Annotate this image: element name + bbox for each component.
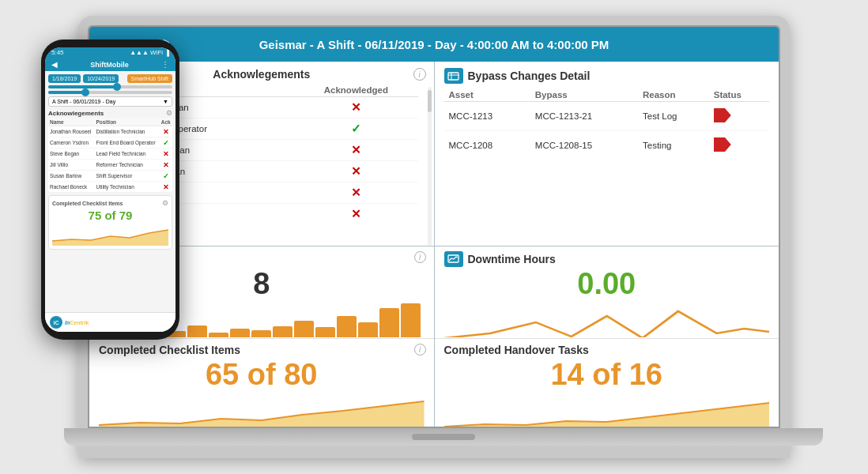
checklist-info-btn[interactable]: i (414, 344, 426, 356)
tag-icon (714, 137, 731, 152)
phone-shift-badge: SmartHub Shift (127, 74, 172, 83)
list-item: Steve Bogan Lead Field Technician ✕ (48, 149, 172, 160)
phone-checklist-settings[interactable]: ⚙ (162, 199, 168, 207)
checklist-panel: Completed Checklist Items i 65 of 80 (89, 338, 434, 428)
phone-footer: iC InCentrik (45, 312, 175, 332)
phone-ack-table: Name Position Ack Jonathan Rouseel Disti… (48, 118, 172, 192)
handover-chart (444, 395, 770, 428)
logs-info-btn[interactable]: i (414, 251, 426, 263)
phone-app-name: ShiftMobile (90, 61, 129, 69)
phone-nav: ◀ ShiftMobile ⋮ (45, 58, 175, 71)
phone-shift-dropdown[interactable]: A Shift - 06/01/2019 - Day ▼ (48, 96, 172, 107)
bypass-table: Asset Bypass Reason Status MCC-1213 MCC-… (444, 88, 770, 160)
check-icon: ✓ (351, 122, 361, 135)
phone-footer-logo: InCentrik (65, 320, 89, 325)
svg-marker-6 (99, 401, 425, 428)
table-row: MCC-1208 MCC-1208-15 Testing (444, 131, 770, 160)
list-item: Cameron Ysdron Front End Board Operator … (48, 137, 172, 149)
downtime-title: Downtime Hours (468, 253, 556, 265)
phone-checklist-stat: 75 of 79 (52, 209, 168, 222)
checklist-chart (99, 395, 425, 428)
app-header: InCentrik® ⬡ Geismar - A Shift - 06/11/2… (89, 27, 779, 62)
phone-ack-title: Acknowlegements (48, 110, 104, 117)
list-item: Rachael Boneck Utility Technician ✕ (48, 182, 172, 193)
dashboard: Acknowlegements i Position Acknowledged … (89, 62, 779, 428)
phone-checklist-box: Completed Checklist Items ⚙ 75 of 79 (48, 195, 172, 250)
tag-icon (714, 108, 731, 122)
phone-frame: 5:45 ▲▲▲ WiFi ▐ ◀ ShiftMobile ⋮ 1/18/201… (41, 40, 179, 340)
bypass-panel: Bypass Changes Detail Asset Bypass Reaso… (435, 62, 779, 246)
x-icon: ✕ (351, 164, 361, 178)
checklist-title: Completed Checklist Items (99, 344, 425, 356)
phone-logo-circle: iC (50, 316, 62, 329)
laptop-screen: InCentrik® ⬡ Geismar - A Shift - 06/11/2… (88, 25, 780, 428)
handover-title: Completed Handover Tasks (444, 344, 770, 356)
ack-info-btn[interactable]: i (413, 68, 426, 81)
x-icon: ✕ (351, 186, 361, 199)
list-item: Jill Villlo Reformer Technician ✕ (48, 160, 172, 171)
downtime-chart (444, 302, 770, 338)
phone-dropdown-text: A Shift - 06/01/2019 - Day (52, 99, 115, 104)
checklist-stat: 65 of 80 (99, 358, 425, 392)
svg-rect-0 (448, 73, 459, 80)
list-item: Susan Barlow Shift Supervisor ✓ (48, 171, 172, 182)
bypass-title: Bypass Changes Detail (468, 70, 591, 82)
bypass-icon (444, 68, 463, 84)
phone-date-tab-2[interactable]: 10/24/2019 (83, 74, 119, 83)
phone-content: 1/18/2019 10/24/2019 SmartHub Shift A (45, 71, 175, 312)
phone-status-bar: 5:45 ▲▲▲ WiFi ▐ (45, 47, 175, 58)
phone-time: 5:45 (51, 49, 64, 56)
phone-slider-track[interactable] (48, 85, 172, 88)
x-icon: ✕ (351, 207, 361, 220)
phone-back-icon[interactable]: ◀ (51, 60, 58, 69)
bottom-right-panels: Downtime Hours 0.00 Completed Handover T… (435, 246, 779, 429)
phone-checklist-title: Completed Checklist Items (52, 201, 123, 206)
laptop-frame: InCentrik® ⬡ Geismar - A Shift - 06/11/2… (78, 16, 790, 458)
phone-date-tab-1[interactable]: 1/18/2019 (48, 74, 81, 83)
phone-signal: ▲▲▲ WiFi ▐ (130, 49, 169, 56)
handover-stat: 14 of 16 (444, 358, 770, 392)
phone-ack-settings[interactable]: ⚙ (166, 109, 172, 117)
laptop-notch (412, 434, 475, 440)
table-row: MCC-1213 MCC-1213-21 Test Log (444, 102, 770, 131)
x-icon: ✕ (351, 100, 361, 114)
list-item: Jonathan Rouseel Distillation Technician… (48, 126, 172, 137)
downtime-icon (444, 251, 463, 267)
phone-menu-icon[interactable]: ⋮ (161, 60, 169, 69)
app-title: Geismar - A Shift - 06/11/2019 - Day - 4… (259, 38, 609, 51)
laptop-base (64, 428, 823, 446)
phone-checklist-chart (52, 224, 168, 246)
chevron-down-icon: ▼ (163, 99, 168, 104)
x-icon: ✕ (351, 143, 361, 156)
downtime-panel: Downtime Hours 0.00 (435, 246, 779, 338)
downtime-value: 0.00 (444, 269, 770, 299)
handover-panel: Completed Handover Tasks 14 of 16 (435, 338, 779, 428)
phone-screen: 5:45 ▲▲▲ WiFi ▐ ◀ ShiftMobile ⋮ 1/18/201… (45, 47, 175, 332)
